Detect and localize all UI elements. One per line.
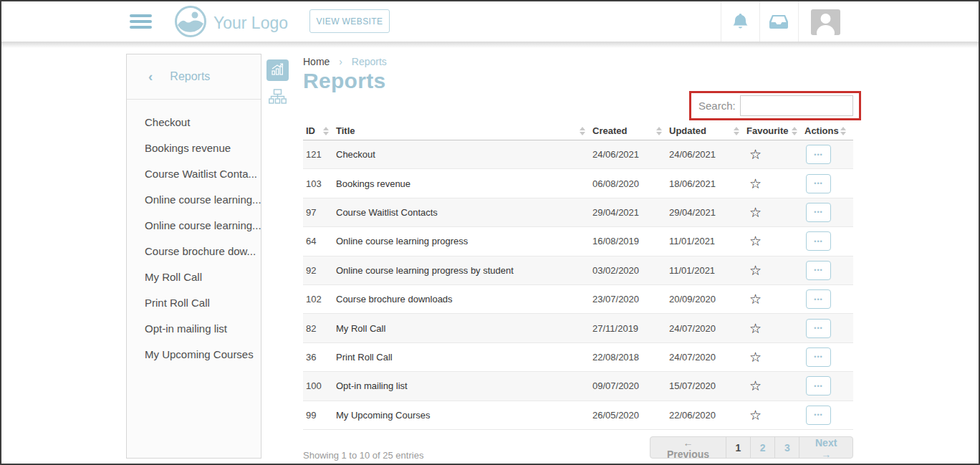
ellipsis-icon: ••• — [814, 296, 822, 303]
entries-summary: Showing 1 to 10 of 25 entries — [303, 450, 423, 461]
ellipsis-icon: ••• — [814, 238, 822, 245]
cell-title: Online course learning progress — [336, 236, 592, 246]
sidebar-report-item[interactable]: Checkout — [127, 110, 261, 135]
row-actions-button[interactable]: ••• — [806, 289, 831, 309]
app-header: Your Logo VIEW WEBSITE — [1, 1, 979, 42]
favourite-star-icon[interactable]: ☆ — [749, 205, 762, 220]
favourite-star-icon[interactable]: ☆ — [749, 378, 762, 393]
cell-updated: 20/09/2020 — [669, 294, 746, 305]
row-actions-button[interactable]: ••• — [806, 261, 831, 280]
previous-page-button[interactable]: ← Previous — [650, 437, 726, 458]
sort-icon — [656, 127, 662, 135]
cell-favourite: ☆ — [746, 350, 804, 364]
bar-chart-icon — [271, 63, 284, 78]
bell-icon — [732, 22, 749, 33]
favourite-star-icon[interactable]: ☆ — [749, 263, 762, 278]
ellipsis-icon: ••• — [814, 383, 822, 390]
favourite-star-icon[interactable]: ☆ — [749, 292, 762, 307]
sidebar-report-item[interactable]: Course brochure dow... — [127, 239, 261, 264]
cell-id: 92 — [303, 265, 336, 276]
header-divider — [759, 1, 760, 42]
favourite-star-icon[interactable]: ☆ — [749, 176, 762, 191]
search-input[interactable] — [740, 95, 853, 116]
cell-title: Course Waitlist Contacts — [336, 207, 592, 218]
row-actions-button[interactable]: ••• — [806, 203, 831, 222]
main-content: Home › Reports Reports Search: ID Title … — [303, 56, 853, 462]
sort-icon — [580, 127, 585, 135]
column-header-title[interactable]: Title — [336, 125, 592, 136]
ellipsis-icon: ••• — [814, 353, 822, 360]
cell-id: 64 — [303, 236, 336, 246]
row-actions-button[interactable]: ••• — [806, 347, 831, 367]
sidebar-report-list: Checkout Bookings revenue Course Waitlis… — [127, 100, 261, 368]
favourite-star-icon[interactable]: ☆ — [749, 350, 762, 365]
sidebar-report-item[interactable]: Online course learning... — [127, 187, 261, 213]
cell-actions: ••• — [804, 406, 853, 425]
row-actions-button[interactable]: ••• — [806, 406, 831, 425]
column-header-actions[interactable]: Actions — [804, 125, 853, 136]
sidebar-back[interactable]: ‹ Reports — [127, 54, 261, 100]
page-number-button[interactable]: 3 — [775, 437, 799, 458]
page-number-button[interactable]: 2 — [751, 437, 775, 458]
column-header-favourite[interactable]: Favourite — [746, 125, 804, 136]
notifications-bell-button[interactable] — [724, 10, 756, 34]
sidebar-report-item[interactable]: My Roll Call — [127, 264, 261, 290]
row-actions-button[interactable]: ••• — [806, 174, 831, 193]
sidebar-report-item[interactable]: Opt-in mailing list — [127, 316, 261, 342]
cell-favourite: ☆ — [746, 292, 804, 306]
cell-id: 97 — [303, 207, 336, 218]
ellipsis-icon: ••• — [814, 151, 822, 158]
favourite-star-icon[interactable]: ☆ — [749, 147, 762, 162]
sitemap-icon — [269, 88, 287, 107]
table-row: 102 Course brochure downloads 23/07/2020… — [303, 285, 853, 314]
ellipsis-icon: ••• — [814, 411, 822, 418]
sidebar-report-item[interactable]: My Upcoming Courses — [127, 342, 261, 368]
next-page-button[interactable]: Next → — [799, 437, 852, 458]
sort-icon — [323, 127, 329, 135]
messages-inbox-button[interactable] — [763, 10, 794, 34]
sidebar-title: Reports — [170, 70, 210, 83]
row-actions-button[interactable]: ••• — [806, 376, 831, 396]
cell-created: 16/08/2019 — [592, 236, 669, 246]
cell-id: 36 — [303, 352, 336, 363]
column-header-created[interactable]: Created — [592, 125, 669, 136]
sort-icon — [734, 127, 739, 135]
breadcrumb-home-link[interactable]: Home — [303, 56, 330, 67]
cell-title: Opt-in mailing list — [336, 380, 592, 391]
row-actions-button[interactable]: ••• — [806, 319, 831, 338]
row-actions-button[interactable]: ••• — [806, 231, 831, 251]
cell-favourite: ☆ — [746, 379, 804, 393]
search-highlight-annotation: Search: — [689, 91, 861, 120]
table-row: 97 Course Waitlist Contacts 29/04/2021 2… — [303, 198, 853, 227]
table-row: 82 My Roll Call 27/11/2019 24/07/2020 ☆ … — [303, 314, 853, 342]
cell-favourite: ☆ — [746, 322, 804, 335]
cell-title: Checkout — [336, 149, 592, 160]
favourite-star-icon[interactable]: ☆ — [749, 408, 762, 423]
hamburger-menu-icon[interactable] — [130, 14, 152, 32]
cell-created: 22/08/2018 — [592, 352, 669, 363]
cell-favourite: ☆ — [746, 206, 804, 219]
cell-updated: 24/07/2020 — [669, 323, 746, 334]
column-header-id[interactable]: ID — [303, 125, 336, 136]
view-website-button[interactable]: VIEW WEBSITE — [309, 9, 390, 33]
favourite-star-icon[interactable]: ☆ — [749, 321, 762, 336]
cell-created: 06/08/2020 — [592, 178, 669, 189]
reports-chart-tab[interactable] — [266, 59, 289, 81]
cell-title: My Roll Call — [336, 323, 592, 334]
favourite-star-icon[interactable]: ☆ — [749, 234, 762, 249]
table-row: 100 Opt-in mailing list 09/07/2020 15/07… — [303, 372, 853, 401]
sidebar-report-item[interactable]: Print Roll Call — [127, 290, 261, 316]
sidebar-report-item[interactable]: Bookings revenue — [127, 135, 261, 161]
cell-actions: ••• — [804, 174, 853, 193]
cell-actions: ••• — [804, 347, 853, 367]
cell-created: 24/06/2021 — [592, 149, 669, 160]
categories-sitemap-tab[interactable] — [266, 87, 289, 108]
sidebar-report-item[interactable]: Course Waitlist Conta... — [127, 161, 261, 187]
column-header-updated[interactable]: Updated — [669, 125, 746, 136]
sidebar-report-item[interactable]: Online course learning... — [127, 213, 261, 239]
page-number-button[interactable]: 1 — [726, 437, 751, 458]
row-actions-button[interactable]: ••• — [806, 145, 831, 164]
avatar[interactable] — [811, 9, 840, 35]
cell-created: 03/02/2020 — [592, 265, 669, 276]
cell-actions: ••• — [804, 319, 853, 338]
